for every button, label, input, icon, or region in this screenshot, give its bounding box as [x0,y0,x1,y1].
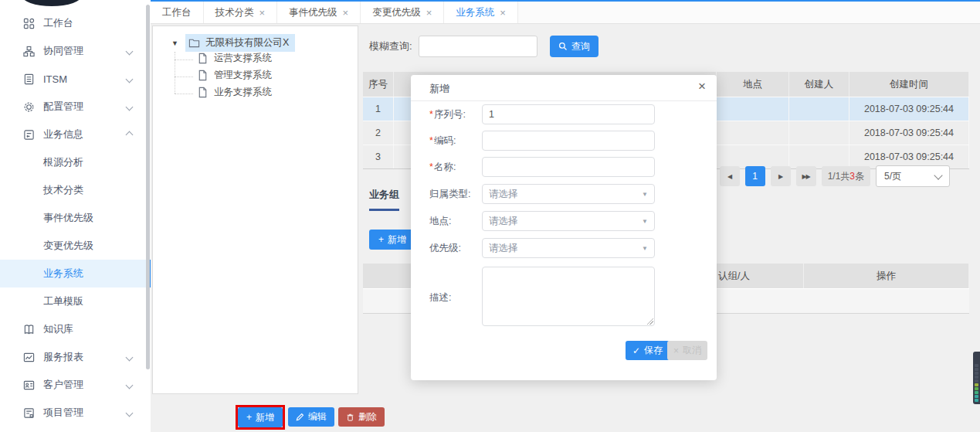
dropdown-arrow-icon: ▼ [642,245,648,252]
sidebar-item-workbench[interactable]: 工作台 [0,9,151,37]
select-value: 请选择 [489,188,518,201]
priority-select[interactable]: 请选择 ▼ [482,238,655,258]
description-textarea[interactable] [482,267,655,326]
sidebar-item-label: 工作台 [43,16,73,30]
sidebar-item-tech-category[interactable]: 技术分类 [0,176,151,204]
sidebar-item-service-report[interactable]: 服务报表 [0,343,151,371]
field-label-text: 序列号: [434,109,466,120]
tree-node-business-support[interactable]: 业务支撑系统 [197,86,272,99]
sidebar-item-knowledge-base[interactable]: 知识库 [0,315,151,343]
sidebar-item-ticket-template[interactable]: 工单模版 [0,287,151,315]
plus-icon: + [246,412,252,423]
sidebar-item-change-priority[interactable]: 变更优先级 [0,232,151,260]
search-button[interactable]: 查询 [550,36,599,57]
logo [22,0,82,6]
code-input[interactable] [482,131,655,151]
sidebar-item-itsm[interactable]: ITSM [0,65,151,93]
field-label-name: *名称: [429,157,456,177]
tab-incident-priority[interactable]: 事件优先级 × [277,2,361,23]
tree-guide-line [175,94,193,94]
sidebar-item-business-system[interactable]: 业务系统 [0,260,151,287]
chevron-down-icon [126,353,134,361]
select-value: 请选择 [489,215,518,228]
sidebar-item-project-management[interactable]: 项目管理 [0,399,151,427]
location-select[interactable]: 请选择 ▼ [482,211,655,231]
close-tab-icon[interactable]: × [259,8,266,18]
tab-workbench[interactable]: 工作台 [151,2,204,23]
cell-seq: 3 [363,145,394,168]
page-next-button[interactable]: ▶ [771,166,791,186]
tree-root-node[interactable]: ▼ 无限科技有限公司X [171,34,295,52]
sidebar-item-label: 根源分析 [43,155,83,169]
edit-button[interactable]: 编辑 [288,407,334,427]
cell-creator [789,97,849,121]
close-tab-icon[interactable]: × [426,8,432,18]
trash-icon [346,413,354,422]
widget-segment [975,368,978,371]
save-button[interactable]: ✓ 保存 [626,341,670,360]
page-number-button[interactable]: 1 [745,166,765,186]
widget-segment [975,399,978,402]
caret-down-icon[interactable]: ▼ [171,39,178,47]
cell-location [717,97,789,121]
field-label-description: 描述: [429,287,451,308]
select-value: 请选择 [489,242,518,255]
chart-icon [23,352,35,363]
search-input[interactable] [419,36,537,57]
tree-guide-line [175,77,193,77]
page-size-value: 5/页 [884,170,901,183]
col-creator: 创建人 [789,72,849,97]
field-label-seq: *序列号: [429,104,466,124]
resize-handle[interactable] [646,318,653,325]
sidebar-item-configuration[interactable]: 配置管理 [0,93,151,121]
sidebar-item-incident-priority[interactable]: 事件优先级 [0,204,151,232]
dialog-title: 新增 [429,82,449,96]
close-tab-icon[interactable]: × [500,8,506,18]
chevron-down-icon [126,409,134,417]
sidebar-scrollbar[interactable] [146,5,150,369]
chevron-up-icon [126,131,134,138]
sidebar-item-label: 项目管理 [43,406,83,420]
sidebar-item-collaboration[interactable]: 协同管理 [0,37,151,65]
sidebar-item-label: 业务信息 [43,128,83,141]
required-star: * [429,109,433,120]
tree-root-selected[interactable]: 无限科技有限公司X [185,34,295,52]
browser-extension-widget[interactable] [973,352,980,404]
col-location: 地点 [717,72,789,97]
tree-node-operation-support[interactable]: 运营支撑系统 [197,52,272,65]
tree-node-management-support[interactable]: 管理支撑系统 [197,69,272,82]
sidebar-item-business-info[interactable]: 业务信息 [0,121,151,148]
tab-business-system[interactable]: 业务系统 × [444,2,518,23]
delete-button[interactable]: 删除 [338,407,385,427]
seq-number-input[interactable] [482,104,655,124]
folder-icon [188,37,200,49]
widget-segment [975,376,978,379]
page-prev-button[interactable]: ◀ [720,166,740,186]
page-last-button[interactable]: ▶▶ [796,166,816,186]
project-icon [23,407,35,419]
name-input[interactable] [482,157,655,177]
sidebar-item-label: 变更优先级 [43,239,93,253]
field-label-priority: 优先级: [429,238,461,258]
field-label-text: 编码: [434,135,456,146]
page-size-select[interactable]: 5/页 [876,165,950,187]
close-tab-icon[interactable]: × [343,8,349,18]
sidebar-item-label: 配置管理 [43,100,83,114]
business-group-tab[interactable]: 业务组 [369,188,399,211]
tab-tech-category[interactable]: 技术分类 × [204,2,278,23]
required-star: * [429,162,433,172]
book-icon [23,324,35,335]
close-icon[interactable]: × [698,80,706,93]
group-add-button[interactable]: + 新增 [369,230,415,250]
org-icon [23,46,35,57]
tab-label: 业务系统 [456,6,494,19]
owner-type-select[interactable]: 请选择 ▼ [482,184,655,204]
sidebar-item-root-analysis[interactable]: 根源分析 [0,148,151,176]
file-icon [197,70,209,81]
tab-change-priority[interactable]: 变更优先级 × [361,2,444,23]
cancel-button[interactable]: × 取消 [667,341,707,360]
save-button-label: 保存 [644,344,663,357]
sidebar-item-customer-management[interactable]: 客户管理 [0,371,151,399]
add-button[interactable]: + 新增 [238,407,283,427]
required-star: * [429,135,433,146]
